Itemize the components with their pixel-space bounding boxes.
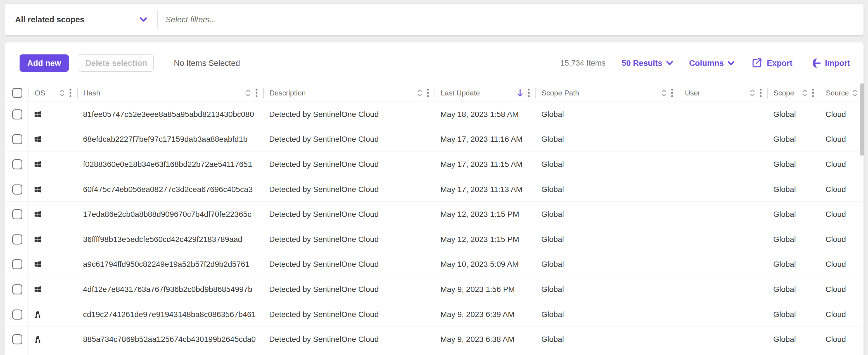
row-os-cell [29,335,78,344]
header-cell-last-update[interactable]: Last Update [435,84,536,102]
chevron-down-icon [728,61,735,65]
column-menu-icon[interactable] [427,88,429,98]
toolbar-right-group: 15,734 Items 50 Results Columns [560,57,864,69]
column-menu-icon[interactable] [528,88,530,98]
row-source: Cloud [820,210,864,219]
row-scope-path: Global [536,285,679,294]
table-toolbar: Add new Delete selection No Items Select… [4,42,864,84]
table-row[interactable]: 68efdcab2227f7bef97c17159dab3aa88eabfd1b… [4,127,864,152]
header-cell-hash[interactable]: Hash [78,84,264,102]
column-menu-icon[interactable] [255,88,258,98]
header-cell-scope[interactable]: Scope [768,84,820,102]
row-description: Detected by SentinelOne Cloud [264,135,435,144]
import-button[interactable]: Import [809,57,850,69]
row-last-update: May 17, 2023 11:13 AM [435,185,536,194]
filters-input[interactable]: Select filters... [165,15,864,24]
row-checkbox[interactable] [12,109,22,119]
row-scope-path: Global [536,210,679,219]
row-checkbox[interactable] [12,134,22,144]
sort-icon[interactable] [60,89,65,97]
row-scope-path: Global [536,135,679,144]
row-checkbox[interactable] [12,259,22,269]
row-scope: Global [768,310,820,319]
table-row[interactable]: 885a734c7869b52aa125674cb430199b2645cda0… [4,327,864,352]
column-menu-icon[interactable] [671,88,673,98]
results-per-page-dropdown[interactable]: 50 Results [622,59,673,68]
row-hash: 4df12e7e8431763a767f936b2c0bd9b86854997b [78,285,264,294]
sort-icon[interactable] [246,89,251,97]
windows-icon [34,110,42,118]
selection-status: No Items Selected [174,59,240,68]
export-icon [751,57,763,69]
table-row[interactable] [4,352,864,355]
row-os-cell [29,135,78,143]
column-menu-icon[interactable] [760,88,762,98]
column-menu-icon[interactable] [69,88,71,98]
row-description: Detected by SentinelOne Cloud [264,335,435,344]
sort-icon[interactable] [661,89,666,97]
header-cell-scope-path[interactable]: Scope Path [536,84,679,102]
row-source: Cloud [820,160,864,169]
row-checkbox[interactable] [12,310,22,320]
row-hash: 36ffff98b13e5edcfe560cd42c429f2183789aad [78,235,264,244]
table-row[interactable]: f0288360e0e18b34e63f168bd22b72ae54117651… [4,152,864,177]
row-select-cell [4,177,29,202]
row-checkbox[interactable] [12,284,22,294]
sort-icon[interactable] [802,89,807,97]
sort-icon[interactable] [750,89,755,97]
row-hash: 885a734c7869b52aa125674cb430199b2645cda0 [78,335,264,344]
table-row[interactable]: 36ffff98b13e5edcfe560cd42c429f2183789aad… [4,227,864,252]
windows-icon [34,260,42,269]
row-os-cell [29,260,78,269]
table-row[interactable]: 4df12e7e8431763a767f936b2c0bd9b86854997b… [4,277,864,302]
vertical-scrollbar-thumb[interactable] [860,83,864,156]
windows-icon [34,135,42,143]
table-row[interactable]: cd19c2741261de97e91943148ba8c0863567b461… [4,302,864,327]
sort-icon[interactable] [417,89,422,97]
row-description: Detected by SentinelOne Cloud [264,260,435,269]
columns-dropdown[interactable]: Columns [689,59,735,68]
row-scope: Global [768,110,820,119]
sort-icon[interactable] [852,89,857,97]
row-select-cell [4,202,29,226]
filter-bar-divider [157,10,158,29]
header-cell-source[interactable]: Source [820,84,864,102]
row-checkbox[interactable] [12,184,22,194]
table-body: 81fee05747c52e3eee8a85a95abd8213430bc080… [4,102,864,355]
row-select-cell [4,252,29,277]
row-select-cell [4,277,29,302]
row-hash: 81fee05747c52e3eee8a85a95abd8213430bc080 [78,110,264,119]
table-row[interactable]: 60f475c74eb056ea08277c3d2cea67696c405ca3… [4,177,864,202]
row-description: Detected by SentinelOne Cloud [264,310,435,319]
row-checkbox[interactable] [12,235,22,245]
column-menu-icon[interactable] [812,88,814,98]
add-new-button[interactable]: Add new [20,55,69,72]
export-button[interactable]: Export [751,57,793,69]
table-row[interactable]: 17eda86e2cb0a8b88d909670c7b4df70fe22365c… [4,202,864,227]
row-source: Cloud [820,235,864,244]
row-checkbox[interactable] [12,334,22,344]
blocklist-card: Add new Delete selection No Items Select… [4,42,864,355]
windows-icon [34,235,42,244]
scope-selector[interactable]: All related scopes [4,15,147,24]
header-cell-description[interactable]: Description [264,84,435,102]
results-per-page-label: 50 Results [622,59,662,68]
row-scope-path: Global [536,310,679,319]
header-cell-user[interactable]: User [679,84,768,102]
table-row[interactable]: 81fee05747c52e3eee8a85a95abd8213430bc080… [4,102,864,127]
row-os-cell [29,310,78,319]
select-all-checkbox[interactable] [12,88,22,98]
filter-bar: All related scopes Select filters... [4,4,864,35]
import-icon [809,57,821,69]
scope-selector-label: All related scopes [15,15,84,24]
table-row[interactable]: a9c61794ffd950c82249e19a52b57f2d9b2d5761… [4,252,864,277]
header-cell-os[interactable]: OS [29,84,78,102]
row-select-cell [4,352,29,355]
row-checkbox[interactable] [12,159,22,169]
row-os-cell [29,235,78,244]
row-hash: 17eda86e2cb0a8b88d909670c7b4df70fe22365c [78,210,264,219]
export-label: Export [767,59,793,68]
row-checkbox[interactable] [12,209,22,219]
row-scope: Global [768,260,820,269]
sort-desc-icon[interactable] [517,88,523,97]
